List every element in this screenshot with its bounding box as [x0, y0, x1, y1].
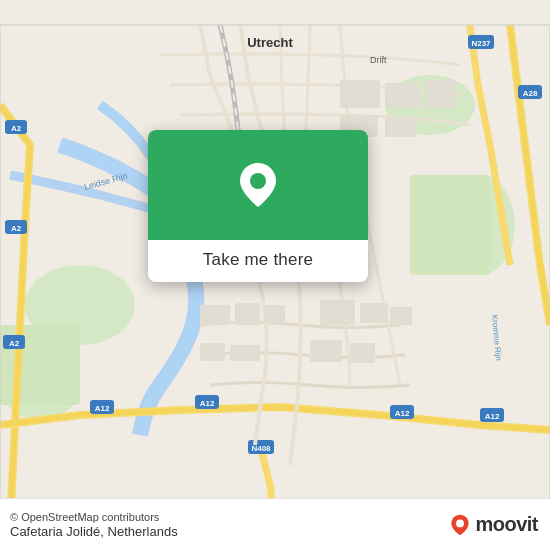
svg-rect-37 [200, 343, 225, 361]
svg-rect-32 [235, 303, 260, 325]
moovit-brand-text: moovit [475, 513, 538, 536]
svg-rect-36 [390, 307, 412, 325]
take-me-there-button[interactable]: Take me there [203, 250, 313, 270]
svg-text:Utrecht: Utrecht [247, 35, 293, 50]
map-container: A2 A2 A2 A12 A12 A12 A12 N408 N237 A28 [0, 0, 550, 550]
osm-credit: © OpenStreetMap contributors [10, 511, 178, 523]
svg-point-47 [250, 173, 266, 189]
svg-rect-45 [385, 117, 417, 137]
location-name: Cafetaria Jolidé, Netherlands [10, 524, 178, 539]
bottom-left-info: © OpenStreetMap contributors Cafetaria J… [10, 511, 178, 539]
popup-card: Take me there [148, 130, 368, 282]
svg-rect-34 [320, 300, 355, 325]
svg-rect-41 [340, 80, 380, 108]
svg-rect-43 [425, 80, 455, 108]
svg-rect-38 [230, 345, 260, 361]
svg-text:A12: A12 [485, 412, 500, 421]
svg-text:A28: A28 [523, 89, 538, 98]
popup-green-area [148, 130, 368, 240]
svg-rect-31 [200, 305, 230, 325]
moovit-logo: moovit [449, 513, 538, 536]
svg-text:A2: A2 [11, 224, 22, 233]
svg-point-48 [457, 519, 465, 527]
svg-text:A2: A2 [11, 124, 22, 133]
svg-rect-35 [360, 303, 388, 323]
popup-button-area[interactable]: Take me there [148, 240, 368, 282]
svg-text:A2: A2 [9, 339, 20, 348]
svg-rect-39 [310, 340, 342, 362]
svg-rect-40 [350, 343, 375, 363]
moovit-pin-icon [449, 514, 471, 536]
svg-text:A12: A12 [200, 399, 215, 408]
svg-text:A12: A12 [95, 404, 110, 413]
svg-text:N237: N237 [471, 39, 491, 48]
bottom-bar: © OpenStreetMap contributors Cafetaria J… [0, 498, 550, 550]
svg-rect-33 [265, 305, 285, 323]
svg-rect-6 [410, 175, 490, 275]
svg-text:A12: A12 [395, 409, 410, 418]
svg-text:Drift: Drift [370, 55, 387, 65]
svg-text:N408: N408 [251, 444, 271, 453]
map-pin-icon [238, 161, 278, 209]
svg-rect-42 [385, 83, 420, 108]
